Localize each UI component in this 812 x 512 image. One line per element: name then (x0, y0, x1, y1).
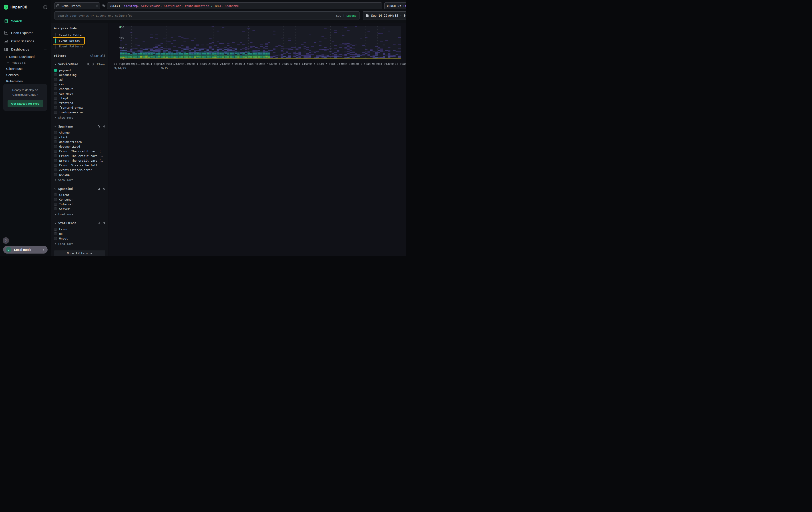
filter-checkbox-payment[interactable]: payment (54, 68, 106, 73)
preset-clickhouse[interactable]: ClickHouse (0, 66, 51, 72)
order-by-input[interactable]: ORDER BY Timestamp DESC (384, 2, 406, 9)
pin-icon[interactable] (103, 187, 106, 190)
checkbox-unchecked[interactable] (54, 208, 57, 210)
checkbox-unchecked[interactable] (54, 136, 57, 139)
filter-group-name[interactable]: StatusCode (58, 221, 76, 225)
filter-checkbox-client[interactable]: Client (54, 193, 106, 197)
select-query-input[interactable]: SELECT Timestamp, ServiceName, StatusCod… (107, 2, 382, 9)
analysis-option-results-table[interactable]: Results Table (55, 32, 106, 38)
filter-checkbox-cart[interactable]: cart (54, 82, 106, 87)
filter-checkbox-currency[interactable]: currency (54, 91, 106, 96)
filter-checkbox-server[interactable]: Server (54, 207, 106, 211)
filter-checkbox-consumer[interactable]: Consumer (54, 197, 106, 202)
preset-kubernetes[interactable]: Kubernetes (0, 78, 51, 84)
filter-checkbox-internal[interactable]: Internal (54, 202, 106, 207)
clear-all-button[interactable]: Clear all (90, 54, 106, 57)
filter-checkbox-error-visa-cache-full-[interactable]: Error: Visa cache full: … (54, 163, 106, 168)
filter-checkbox-checkout[interactable]: checkout (54, 87, 106, 91)
checkbox-unchecked[interactable] (54, 83, 57, 86)
checkbox-unchecked[interactable] (54, 111, 57, 114)
date-range-picker[interactable]: Sep 14 22:04:35 - Sep 15 10:04:35 (362, 11, 406, 20)
search-icon[interactable] (97, 125, 100, 128)
checkbox-unchecked[interactable] (54, 198, 57, 201)
load-more-link[interactable]: Load more (54, 242, 106, 246)
show-more-link[interactable]: Show more (54, 178, 106, 182)
filter-checkbox-flagd[interactable]: flagd (54, 96, 106, 101)
checkbox-unchecked[interactable] (54, 131, 57, 134)
checkbox-unchecked[interactable] (54, 102, 57, 104)
analysis-option-event-patterns[interactable]: Event Patterns (55, 44, 106, 49)
local-mode-button[interactable]: U Local mode (3, 246, 48, 253)
checkbox-unchecked[interactable] (54, 228, 57, 231)
sidebar-item-search[interactable]: Search (0, 17, 51, 25)
checkbox-unchecked[interactable] (54, 92, 57, 95)
checkbox-unchecked[interactable] (54, 150, 57, 153)
sidebar-collapse-icon[interactable] (43, 5, 47, 9)
presets-toggle[interactable]: PRESETS (0, 60, 51, 66)
filter-checkbox-frontend-proxy[interactable]: frontend-proxy (54, 105, 106, 110)
sql-mode-button[interactable]: SQL (336, 14, 341, 17)
checkbox-unchecked[interactable] (54, 173, 57, 176)
pin-icon[interactable] (103, 125, 106, 128)
checkbox-unchecked[interactable] (54, 87, 57, 90)
checkbox-unchecked[interactable] (54, 145, 57, 148)
filter-checkbox-error-the-credit-card-[interactable]: Error: The credit card (… (54, 154, 106, 158)
sidebar-item-dashboards[interactable]: Dashboards (0, 45, 51, 53)
show-more-link[interactable]: Show more (54, 115, 106, 120)
checkbox-unchecked[interactable] (54, 193, 57, 196)
filter-checkbox-documentload[interactable]: documentLoad (54, 144, 106, 149)
chevron-up-icon[interactable] (44, 48, 47, 51)
filter-group-name[interactable]: SpanKind (58, 187, 73, 191)
filter-checkbox-error[interactable]: Error (54, 227, 106, 232)
search-icon[interactable] (97, 187, 100, 190)
checkbox-unchecked[interactable] (54, 159, 57, 162)
pin-icon[interactable] (92, 63, 95, 66)
filter-checkbox-accounting[interactable]: accounting (54, 73, 106, 77)
create-dashboard-button[interactable]: + Create Dashboard (0, 53, 51, 60)
checkbox-unchecked[interactable] (54, 140, 57, 143)
checkbox-unchecked[interactable] (54, 164, 57, 167)
checkbox-unchecked[interactable] (54, 78, 57, 81)
sidebar-item-chart-explorer[interactable]: Chart Explorer (0, 29, 51, 37)
checkbox-unchecked[interactable] (54, 168, 57, 171)
filter-checkbox-eventlistener-error[interactable]: eventListener.error (54, 168, 106, 172)
source-settings-gear-icon[interactable] (102, 4, 106, 7)
duration-heatmap-canvas[interactable] (120, 26, 401, 58)
search-icon[interactable] (87, 63, 90, 66)
filter-checkbox-click[interactable]: click (54, 135, 106, 140)
get-started-button[interactable]: Get Started for Free (7, 100, 43, 107)
sidebar-item-client-sessions[interactable]: Client Sessions (0, 37, 51, 45)
filter-group-name[interactable]: ServiceName (58, 62, 78, 66)
analysis-option-event-deltas[interactable]: Event Deltas (55, 38, 106, 44)
preset-services[interactable]: Services (0, 72, 51, 78)
help-button[interactable]: ? (3, 237, 9, 244)
checkbox-unchecked[interactable] (54, 97, 57, 100)
filter-checkbox-change[interactable]: change (54, 130, 106, 135)
chevron-down-icon[interactable] (54, 187, 57, 190)
chevron-down-icon[interactable] (54, 222, 57, 224)
lucene-mode-button[interactable]: Lucene (346, 14, 356, 17)
filter-checkbox-expire[interactable]: EXPIRE (54, 172, 106, 177)
filter-checkbox-load-generator[interactable]: load-generator (54, 110, 106, 115)
pin-icon[interactable] (103, 222, 106, 225)
chevron-down-icon[interactable] (54, 63, 57, 65)
filter-checkbox-unset[interactable]: Unset (54, 236, 106, 241)
filter-checkbox-error-the-credit-card-[interactable]: Error: The credit card (… (54, 158, 106, 163)
filter-group-name[interactable]: SpanName (58, 125, 73, 128)
filter-checkbox-documentfetch[interactable]: documentFetch (54, 140, 106, 144)
checkbox-unchecked[interactable] (54, 237, 57, 240)
chevron-down-icon[interactable] (54, 125, 57, 128)
search-input[interactable] (55, 14, 336, 17)
checkbox-unchecked[interactable] (54, 106, 57, 109)
filter-checkbox-error-the-credit-card-[interactable]: Error: The credit card (… (54, 149, 106, 154)
checkbox-unchecked[interactable] (54, 203, 57, 206)
load-more-link[interactable]: Load more (54, 212, 106, 216)
filter-checkbox-frontend[interactable]: frontend (54, 101, 106, 105)
checkbox-unchecked[interactable] (54, 233, 57, 235)
filter-checkbox-ok[interactable]: Ok (54, 232, 106, 236)
checkbox-unchecked[interactable] (54, 155, 57, 157)
checkbox-unchecked[interactable] (54, 74, 57, 76)
search-icon[interactable] (97, 222, 100, 225)
more-filters-button[interactable]: More filters (54, 250, 106, 256)
filter-checkbox-ad[interactable]: ad (54, 77, 106, 82)
